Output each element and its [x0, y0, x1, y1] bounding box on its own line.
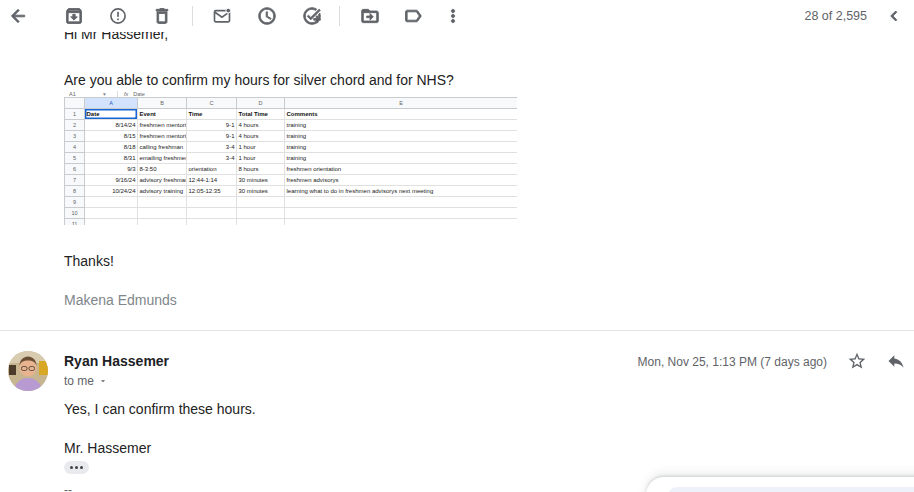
sheet-cell: 8/14/24	[85, 120, 138, 131]
add-to-tasks-icon[interactable]	[302, 6, 322, 26]
sheet-cell: freshmen advisorys	[285, 175, 518, 186]
message1-signature: Makena Edmunds	[64, 292, 177, 308]
sheet-cell: training	[285, 153, 518, 164]
sheet-cell: training	[285, 131, 518, 142]
sheet-cell	[237, 208, 285, 219]
labels-icon[interactable]	[403, 6, 423, 26]
snooze-icon[interactable]	[257, 6, 277, 26]
sheet-cell: training	[285, 120, 518, 131]
sheet-cell: advisory training	[138, 186, 187, 197]
sheet-row-number: 6	[65, 164, 85, 175]
sheet-cell	[138, 208, 187, 219]
sheet-cell	[85, 197, 138, 208]
sheet-cell	[85, 208, 138, 219]
formula-bar-divider	[117, 91, 118, 97]
sheet-cell: 8/15	[85, 131, 138, 142]
sheet-cell: 4 hours	[237, 131, 285, 142]
sheet-cell: 30 minutes	[237, 186, 285, 197]
sheet-row-number: 1	[65, 109, 85, 120]
sheet-table: ABCDE1DateEventTimeTotal TimeComments28/…	[64, 97, 517, 225]
sheet-cell	[237, 219, 285, 226]
chevron-down-icon	[98, 376, 108, 386]
sheet-cell: freshmen mentoring	[138, 131, 187, 142]
sheet-cell	[285, 208, 518, 219]
sheet-cell: Time	[187, 109, 237, 120]
chevron-down-icon: ▾	[103, 91, 117, 97]
sheet-cell: 4 hours	[237, 120, 285, 131]
message1-closing: Thanks!	[64, 253, 114, 269]
sheet-cell: 10/24/24	[85, 186, 138, 197]
sheet-cell: Date	[85, 109, 138, 120]
sheet-formula-value: Date	[133, 91, 145, 97]
sheet-cell: freshmen orientation	[285, 164, 518, 175]
message2-line1: Yes, I can confirm these hours.	[64, 401, 256, 417]
reply-popup-field[interactable]	[668, 487, 914, 492]
message1-question: Are you able to confirm my hours for sil…	[64, 72, 454, 88]
sender-name: Ryan Hassemer	[64, 353, 169, 369]
sheet-cell: 12:05-12:35	[187, 186, 237, 197]
sheet-row-number: 11	[65, 219, 85, 226]
archive-icon[interactable]	[64, 6, 84, 26]
sheet-cell: 9-1	[187, 120, 237, 131]
sheet-row-number: 9	[65, 197, 85, 208]
sheet-row-number: 2	[65, 120, 85, 131]
sheet-cell	[138, 219, 187, 226]
sheet-cell: 3-4	[187, 153, 237, 164]
reply-icon[interactable]	[886, 351, 906, 371]
message-timestamp: Mon, Nov 25, 1:13 PM (7 days ago)	[638, 355, 827, 369]
sheet-cell: emailing freshmen	[138, 153, 187, 164]
sheet-cell	[187, 208, 237, 219]
sheet-row-number: 3	[65, 131, 85, 142]
sheet-cell: 8-3:50	[138, 164, 187, 175]
email-counter: 28 of 2,595	[804, 9, 867, 23]
more-options-icon[interactable]	[443, 6, 463, 26]
signature-divider: --	[64, 483, 72, 492]
sheet-name-box: A1	[64, 91, 103, 97]
sheet-col-header: E	[285, 98, 518, 109]
sheet-cell: training	[285, 142, 518, 153]
sheet-cell: orientation	[187, 164, 237, 175]
dot-icon	[80, 466, 83, 469]
sheet-row-number: 7	[65, 175, 85, 186]
sheet-col-header: A	[85, 98, 138, 109]
email-toolbar: 28 of 2,595	[0, 0, 914, 32]
mark-unread-icon[interactable]	[212, 6, 232, 26]
sheet-formula-bar: A1 ▾ fx Date	[64, 90, 517, 97]
show-trimmed-content-button[interactable]	[64, 461, 89, 474]
sheet-col-header: D	[237, 98, 285, 109]
sheet-cell: 8/31	[85, 153, 138, 164]
sheet-cell: 1 hour	[237, 153, 285, 164]
recipient-dropdown[interactable]: to me	[64, 374, 108, 388]
hours-spreadsheet-image[interactable]: A1 ▾ fx Date ABCDE1DateEventTimeTotal Ti…	[64, 90, 517, 225]
sheet-cell: 9-1	[187, 131, 237, 142]
delete-icon[interactable]	[152, 6, 172, 26]
sheet-row-number: 10	[65, 208, 85, 219]
sheet-row-number: 4	[65, 142, 85, 153]
sheet-cell: freshmen mentoring	[138, 120, 187, 131]
sheet-cell: Comments	[285, 109, 518, 120]
sheet-cell: 8/18	[85, 142, 138, 153]
sheet-cell: calling freshman	[138, 142, 187, 153]
star-icon[interactable]	[847, 351, 867, 371]
fx-icon: fx	[124, 91, 128, 97]
sheet-row-number: 5	[65, 153, 85, 164]
back-icon[interactable]	[8, 6, 28, 26]
move-to-icon[interactable]	[360, 6, 380, 26]
dot-icon	[70, 466, 73, 469]
sheet-cell	[285, 219, 518, 226]
sheet-cell	[187, 197, 237, 208]
sheet-cell: 12:44-1:14	[187, 175, 237, 186]
sheet-cell	[138, 197, 187, 208]
newer-email-icon[interactable]	[884, 6, 904, 26]
sheet-cell: 1 hour	[237, 142, 285, 153]
sender-avatar[interactable]	[8, 351, 48, 391]
report-spam-icon[interactable]	[108, 6, 128, 26]
sheet-cell: Event	[138, 109, 187, 120]
reply-popup[interactable]	[646, 477, 914, 492]
sheet-table-body: ABCDE1DateEventTimeTotal TimeComments28/…	[65, 98, 518, 226]
sheet-cell: 8 hours	[237, 164, 285, 175]
sheet-cell	[285, 197, 518, 208]
sheet-cell: 9/3	[85, 164, 138, 175]
sheet-corner	[65, 98, 85, 109]
sheet-cell: 3-4	[187, 142, 237, 153]
